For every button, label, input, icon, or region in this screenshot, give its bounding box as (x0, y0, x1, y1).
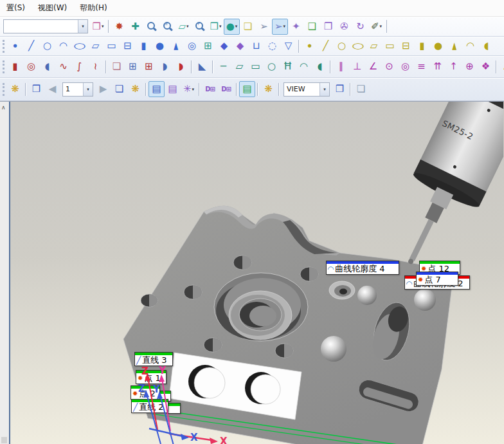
angle-gage[interactable]: Δ (499, 59, 504, 75)
probe-readout[interactable]: ✐▾ (368, 19, 384, 35)
select-star[interactable]: ✦ (288, 19, 304, 35)
save-layout[interactable]: ❒ (28, 81, 44, 97)
alignment[interactable]: ⊞ (200, 38, 216, 54)
gdt-composite[interactable]: ❖ (478, 59, 494, 75)
view-combo-dropdown-icon[interactable]: ▾ (320, 83, 329, 96)
marker-line-2[interactable]: ╱直线 2 (131, 399, 168, 413)
gdt-concentricity[interactable]: ⊙ (381, 59, 397, 75)
constructed-cylinder[interactable]: ▮ (414, 38, 430, 54)
gdt-perpendicularity[interactable]: ⊥ (349, 59, 365, 75)
marker-line-3[interactable]: ╱直线 3 (134, 352, 173, 366)
annotation-note[interactable]: ❏ (240, 19, 256, 35)
probe-readout-dropdown-icon[interactable]: ▾ (380, 24, 382, 29)
auto-circle[interactable]: ◎ (23, 59, 39, 75)
dim-arc[interactable]: ◠ (296, 59, 312, 75)
menu-view[interactable]: 视图(W) (32, 0, 73, 16)
constructed-ellipse[interactable]: ○ (350, 38, 366, 54)
bounding-box[interactable]: ❑ (304, 19, 320, 35)
save-view[interactable]: ❒ (332, 81, 348, 97)
gdt-circular-runout[interactable]: ↑ (446, 59, 462, 75)
gdt-true-position[interactable]: ⊕ (462, 59, 478, 75)
zoom-in-out[interactable]: ± (159, 19, 176, 35)
measured-cone[interactable]: ▲ (168, 38, 184, 54)
left-panel-strip[interactable]: ∧ (0, 102, 10, 444)
measured-slot[interactable]: ⊟ (120, 38, 136, 54)
gdt-angularity[interactable]: ∠ (365, 59, 381, 75)
select-mode-dropdown-icon[interactable]: ▾ (284, 24, 286, 29)
measured-arc[interactable]: ◠ (55, 38, 71, 54)
unknown-curve-scan[interactable]: ≀ (87, 59, 104, 75)
report-preview[interactable]: ❏ (353, 81, 369, 97)
scan-report[interactable]: ❏ (109, 59, 125, 75)
dim-rectangle[interactable]: ▭ (248, 59, 264, 75)
dim-circle[interactable]: ○ (264, 59, 280, 75)
mesh-tools[interactable]: ✳▾ (181, 81, 197, 97)
menu-settings-partial[interactable]: 置(S) (0, 0, 32, 16)
layout-settings[interactable]: ❋ (260, 81, 276, 97)
marker-point-7[interactable]: ✹点 7 (416, 272, 458, 286)
measured-rectangle[interactable]: ▭ (104, 38, 120, 54)
new-window[interactable]: ❏ (111, 81, 127, 97)
measured-sphere[interactable]: ● (152, 38, 168, 54)
mesh-tools-dropdown-icon[interactable]: ▾ (192, 87, 195, 92)
uv-scan[interactable]: ⊞ (125, 59, 141, 75)
dim-distance[interactable]: ─ (215, 59, 231, 75)
graphic-window[interactable]: ❐ (320, 19, 336, 35)
constructed-cone[interactable]: ▲ (446, 38, 462, 54)
dim-parallelogram[interactable]: ▱ (231, 59, 248, 75)
constructed-slot[interactable]: ⊟ (398, 38, 414, 54)
measured-cylinder[interactable]: ▮ (136, 38, 152, 54)
auto-cylinder[interactable]: ▮ (7, 59, 23, 75)
marker-curve-profile-4[interactable]: ◠曲线轮廓度 4 (326, 261, 399, 275)
measured-plane[interactable]: ▱ (87, 38, 104, 54)
shaded-view-dropdown-icon[interactable]: ▾ (235, 24, 238, 29)
edge-scan[interactable]: ∿ (55, 59, 71, 75)
collapse-chevron-icon[interactable]: ∧ (1, 104, 6, 111)
v-block[interactable]: ▽ (280, 38, 296, 54)
dim-dome[interactable]: ◖ (312, 59, 328, 75)
constructed-arc[interactable]: ◠ (462, 38, 478, 54)
constructed-surface[interactable]: ◖ (478, 38, 494, 54)
page-number-combo-dropdown-icon[interactable]: ▾ (83, 83, 93, 96)
dim-slot[interactable]: Ħ (280, 59, 296, 75)
dro-pointer[interactable]: D⊞ (218, 81, 234, 97)
show-hits[interactable]: ✸ (111, 19, 127, 35)
select-mode[interactable]: ➢▾ (272, 19, 288, 35)
pan-view[interactable]: ✚ (127, 19, 143, 35)
constructed-line[interactable]: ╱ (318, 38, 334, 54)
measured-circle[interactable]: ○ (39, 38, 55, 54)
command-pointer[interactable]: ▤ (165, 81, 181, 97)
dro-window[interactable]: D⊞ (202, 81, 218, 97)
scan-polygon[interactable]: ◌ (264, 38, 280, 54)
quick-access-combo-dropdown-icon[interactable]: ▾ (78, 20, 87, 33)
auto-surface[interactable]: ◖ (39, 59, 55, 75)
surface-scan[interactable]: ◗ (157, 59, 173, 75)
notch-slot[interactable]: ⊔ (248, 38, 264, 54)
constructed-circle[interactable]: ○ (334, 38, 350, 54)
probe-lock-dropdown-icon[interactable]: ▾ (102, 24, 104, 29)
window-settings[interactable]: ❋ (127, 81, 143, 97)
clear-view-dropdown-icon[interactable]: ▾ (186, 24, 189, 29)
unknown-surface-scan[interactable]: ◗ (173, 59, 189, 75)
zoom-to-probe[interactable]: + (192, 19, 208, 35)
status-window[interactable]: ▤ (239, 81, 255, 97)
gdt-parallelism[interactable]: ∥ (333, 59, 349, 75)
offset-point[interactable]: ◆ (216, 38, 232, 54)
menu-help[interactable]: 帮助(H) (73, 0, 113, 16)
select-arrow[interactable]: ➢ (256, 19, 272, 35)
prev-page[interactable]: ◀ (44, 81, 60, 97)
view-cube[interactable]: ❒▾ (208, 19, 224, 35)
rotate-view[interactable]: ↻ (352, 19, 368, 35)
marker-point-1[interactable]: ✹点 1 (136, 370, 166, 384)
quick-access-combo[interactable]: ▾ (3, 19, 88, 33)
scroll-thumb[interactable] (1, 437, 7, 443)
shaded-view[interactable]: ●▾ (224, 19, 240, 35)
view-cube-dropdown-icon[interactable]: ▾ (219, 24, 222, 29)
toolbar-grip[interactable] (3, 40, 4, 53)
gdt-coaxiality[interactable]: ◎ (397, 59, 413, 75)
offset-line[interactable]: ◆ (232, 38, 248, 54)
measured-torus[interactable]: ◎ (184, 38, 200, 54)
measured-line[interactable]: ╱ (23, 38, 39, 54)
constructed-sphere[interactable]: ● (430, 38, 446, 54)
measured-point[interactable]: ● (7, 38, 23, 54)
